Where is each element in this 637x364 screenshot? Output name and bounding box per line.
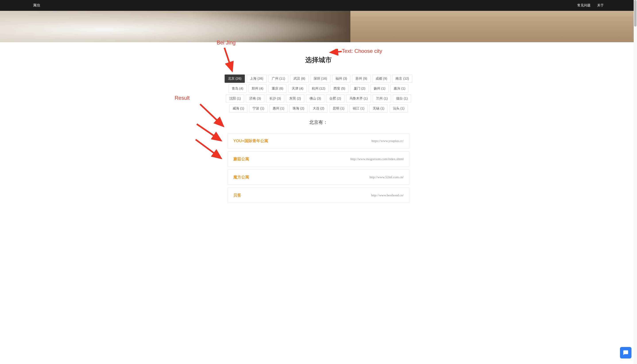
scrollbar-thumb[interactable] bbox=[634, 0, 636, 26]
result-name: 魔方公寓 bbox=[233, 174, 249, 180]
selected-city-label: 北京有： bbox=[219, 119, 418, 126]
result-url: https://www.youplus.cc/ bbox=[371, 139, 404, 143]
svg-line-6 bbox=[197, 124, 221, 141]
city-button[interactable]: 佛山 (3) bbox=[306, 94, 325, 102]
city-button[interactable]: 镇江 (1) bbox=[350, 104, 368, 112]
nav-links: 常见问题 关于 bbox=[577, 3, 604, 8]
city-button[interactable]: 汕头 (1) bbox=[390, 104, 408, 112]
city-button[interactable]: 青岛 (4) bbox=[228, 84, 247, 93]
result-name: 贝客 bbox=[233, 192, 241, 198]
svg-line-7 bbox=[196, 140, 221, 158]
city-button[interactable]: 深圳 (16) bbox=[310, 74, 331, 83]
city-button[interactable]: 北京 (26) bbox=[225, 74, 245, 83]
city-button[interactable]: 杭州 (12) bbox=[308, 84, 329, 93]
top-header: 寓住 常见问题 关于 bbox=[0, 0, 637, 11]
result-card[interactable]: 贝客http://www.bestbond.cn/ bbox=[228, 188, 409, 203]
city-button[interactable]: 大连 (2) bbox=[309, 104, 328, 112]
city-button[interactable]: 东莞 (2) bbox=[286, 94, 304, 102]
city-grid: 北京 (26)上海 (26)广州 (11)武汉 (8)深圳 (16)福州 (3)… bbox=[219, 74, 418, 112]
city-button[interactable]: 南京 (12) bbox=[392, 74, 412, 83]
city-button[interactable]: 天津 (4) bbox=[288, 84, 307, 93]
city-button[interactable]: 福州 (3) bbox=[332, 74, 351, 83]
city-button[interactable]: 武汉 (8) bbox=[290, 74, 308, 83]
annotation-arrow-choose-city bbox=[329, 49, 344, 56]
city-button[interactable]: 厦门 (2) bbox=[350, 84, 369, 93]
hero-image bbox=[0, 11, 637, 42]
result-card[interactable]: 蘑菇公寓http://www.mogoroom.com/index.shtml bbox=[228, 151, 409, 167]
city-button[interactable]: 昆明 (1) bbox=[329, 104, 348, 112]
section-title-choose-city: 选择城市 bbox=[219, 56, 418, 64]
city-button[interactable]: 嘉兴 (1) bbox=[391, 84, 409, 93]
city-button[interactable]: 乌鲁木齐 (1) bbox=[346, 94, 371, 102]
city-button[interactable]: 宁波 (1) bbox=[249, 104, 268, 112]
annotation-choose-city: Text: Choose city bbox=[342, 48, 382, 54]
city-button[interactable]: 沈阳 (1) bbox=[226, 94, 244, 102]
result-card[interactable]: 魔方公寓http://www.52mf.com.cn/ bbox=[228, 170, 409, 185]
city-button[interactable]: 合肥 (2) bbox=[326, 94, 345, 102]
nav-about[interactable]: 关于 bbox=[597, 3, 604, 8]
result-card[interactable]: YOU+国际青年公寓https://www.youplus.cc/ bbox=[228, 133, 409, 148]
result-url: http://www.52mf.com.cn/ bbox=[370, 175, 404, 179]
result-url: http://www.bestbond.cn/ bbox=[371, 194, 404, 197]
city-button[interactable]: 威海 (1) bbox=[229, 104, 248, 112]
city-button[interactable]: 苏州 (9) bbox=[352, 74, 371, 83]
svg-line-3 bbox=[330, 52, 342, 52]
city-button[interactable]: 上海 (26) bbox=[246, 74, 267, 83]
city-button[interactable]: 惠州 (1) bbox=[269, 104, 288, 112]
city-button[interactable]: 无锡 (1) bbox=[369, 104, 388, 112]
scrollbar[interactable] bbox=[634, 0, 637, 212]
city-button[interactable]: 广州 (11) bbox=[268, 74, 289, 83]
result-name: 蘑菇公寓 bbox=[233, 156, 249, 162]
city-button[interactable]: 珠海 (2) bbox=[289, 104, 308, 112]
city-button[interactable]: 成都 (9) bbox=[372, 74, 391, 83]
city-button[interactable]: 烟台 (1) bbox=[393, 94, 411, 102]
nav-faq[interactable]: 常见问题 bbox=[577, 3, 590, 8]
brand-logo[interactable]: 寓住 bbox=[33, 3, 40, 8]
city-button[interactable]: 扬州 (1) bbox=[370, 84, 389, 93]
city-button[interactable]: 济南 (3) bbox=[246, 94, 264, 102]
annotation-result: Result bbox=[175, 95, 190, 101]
city-button[interactable]: 重庆 (6) bbox=[268, 84, 287, 93]
city-button[interactable]: 西安 (5) bbox=[330, 84, 349, 93]
city-button[interactable]: 兰州 (1) bbox=[373, 94, 391, 102]
main-content: Bei Jing Text: Choose city Result 选择城市 北… bbox=[219, 42, 418, 212]
city-button[interactable]: 郑州 (4) bbox=[248, 84, 267, 93]
results-list: YOU+国际青年公寓https://www.youplus.cc/蘑菇公寓htt… bbox=[219, 133, 418, 203]
result-name: YOU+国际青年公寓 bbox=[233, 138, 268, 144]
city-button[interactable]: 长沙 (3) bbox=[266, 94, 284, 102]
result-url: http://www.mogoroom.com/index.shtml bbox=[350, 157, 404, 161]
